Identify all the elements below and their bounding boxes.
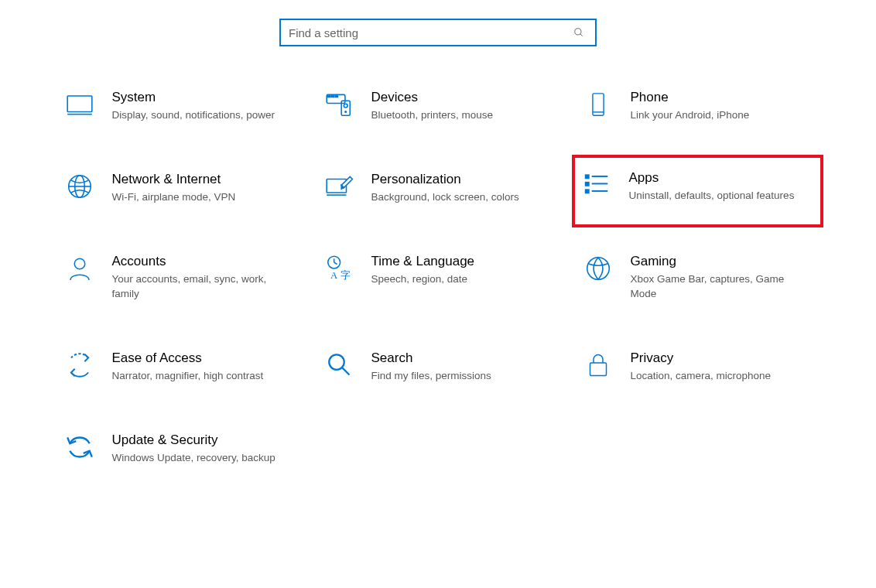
svg-rect-33 [590, 363, 606, 376]
tile-title: Update & Security [112, 432, 294, 448]
tile-title: Time & Language [371, 254, 553, 269]
tile-system[interactable]: System Display, sound, notifications, po… [61, 85, 297, 127]
svg-point-0 [575, 29, 581, 35]
tile-title: Gaming [631, 254, 813, 269]
devices-icon [323, 90, 354, 121]
tile-title: Ease of Access [112, 350, 294, 366]
svg-text:字: 字 [340, 269, 350, 281]
tile-subtitle: Speech, region, date [371, 272, 553, 286]
tile-network[interactable]: Network & Internet Wi-Fi, airplane mode,… [61, 167, 297, 209]
tile-title: Accounts [112, 254, 294, 269]
tile-update-security[interactable]: Update & Security Windows Update, recove… [61, 428, 297, 470]
accounts-icon [64, 254, 95, 285]
search-tile-icon [323, 350, 354, 381]
tile-subtitle: Display, sound, notifications, power [112, 108, 294, 122]
search-box[interactable] [279, 19, 597, 46]
svg-point-24 [74, 259, 85, 270]
tile-subtitle: Xbox Game Bar, captures, Game Mode [631, 272, 813, 300]
tile-title: Search [371, 350, 553, 366]
svg-rect-20 [585, 183, 588, 186]
time-language-icon: A 字 [323, 254, 354, 285]
svg-rect-2 [67, 96, 92, 112]
ease-of-access-icon [64, 350, 95, 381]
tile-time-language[interactable]: A 字 Time & Language Speech, region, date [320, 249, 556, 305]
tile-gaming[interactable]: Gaming Xbox Game Bar, captures, Game Mod… [580, 249, 816, 305]
tile-subtitle: Uninstall, defaults, optional features [629, 189, 814, 203]
tile-devices[interactable]: Devices Bluetooth, printers, mouse [320, 85, 556, 127]
tile-title: Apps [629, 170, 814, 186]
svg-point-31 [329, 354, 344, 370]
tile-subtitle: Background, lock screen, colors [371, 190, 553, 204]
svg-rect-6 [331, 96, 334, 97]
apps-icon [581, 170, 612, 201]
tile-subtitle: Wi-Fi, airplane mode, VPN [112, 190, 294, 204]
search-input[interactable] [281, 22, 563, 44]
svg-rect-22 [585, 190, 588, 193]
tile-ease-of-access[interactable]: Ease of Access Narrator, magnifier, high… [61, 346, 297, 388]
phone-icon [583, 90, 614, 121]
svg-rect-18 [585, 176, 588, 179]
tile-subtitle: Narrator, magnifier, high contrast [112, 369, 294, 383]
privacy-icon [583, 350, 614, 381]
tile-title: Personalization [371, 172, 553, 187]
svg-rect-5 [327, 96, 330, 97]
tile-subtitle: Bluetooth, printers, mouse [371, 108, 553, 122]
tile-title: Devices [371, 90, 553, 105]
tile-privacy[interactable]: Privacy Location, camera, microphone [580, 346, 816, 388]
tile-subtitle: Find my files, permissions [371, 369, 553, 383]
svg-text:A: A [330, 270, 337, 281]
tile-title: Privacy [631, 350, 813, 366]
tile-search[interactable]: Search Find my files, permissions [320, 346, 556, 388]
tile-title: System [112, 90, 294, 105]
svg-point-9 [344, 104, 347, 108]
svg-point-30 [587, 258, 609, 280]
settings-tiles: System Display, sound, notifications, po… [0, 85, 876, 470]
update-security-icon [64, 432, 95, 463]
tile-phone[interactable]: Phone Link your Android, iPhone [580, 85, 816, 127]
tile-accounts[interactable]: Accounts Your accounts, email, sync, wor… [61, 249, 297, 305]
svg-point-10 [344, 111, 346, 113]
tile-personalization[interactable]: Personalization Background, lock screen,… [320, 167, 556, 209]
search-icon[interactable] [563, 27, 595, 38]
tile-subtitle: Windows Update, recovery, backup [112, 451, 294, 465]
system-icon [64, 90, 95, 121]
tile-title: Network & Internet [112, 172, 294, 187]
svg-line-32 [342, 368, 349, 374]
svg-line-1 [580, 34, 583, 36]
tile-apps[interactable]: Apps Uninstall, defaults, optional featu… [572, 155, 823, 227]
tile-title: Phone [631, 90, 813, 105]
personalization-icon [323, 172, 354, 203]
svg-rect-7 [335, 96, 337, 97]
gaming-icon [583, 254, 614, 285]
network-icon [64, 172, 95, 203]
svg-line-27 [334, 263, 337, 265]
tile-subtitle: Your accounts, email, sync, work, family [112, 272, 294, 300]
tile-subtitle: Location, camera, microphone [631, 369, 813, 383]
tile-subtitle: Link your Android, iPhone [631, 108, 813, 122]
